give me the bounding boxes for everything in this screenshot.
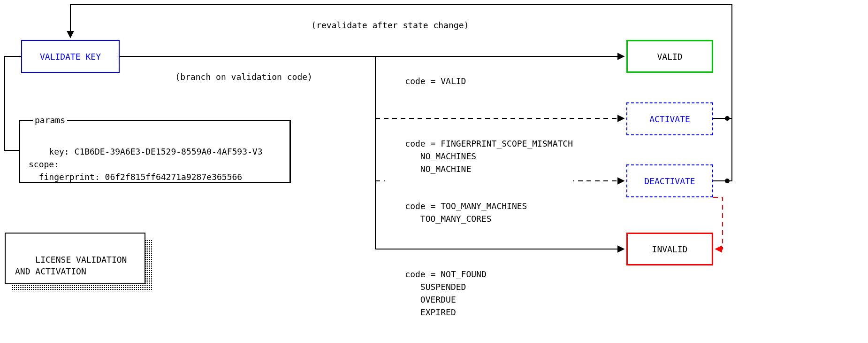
- branch-code-deactivate: code = TOO_MANY_MACHINES TOO_MANY_CORES: [385, 187, 527, 238]
- node-deactivate-label: DEACTIVATE: [644, 176, 695, 186]
- edge-label-branch: (branch on validation code): [155, 62, 312, 92]
- node-valid-label: VALID: [657, 52, 682, 62]
- params-legend: params: [33, 115, 67, 125]
- branch-code-invalid: code = NOT_FOUND SUSPENDED OVERDUE EXPIR…: [385, 255, 487, 331]
- title-text: LICENSE VALIDATION AND ACTIVATION: [15, 255, 127, 276]
- branch-code-valid: code = VALID: [385, 62, 466, 100]
- node-validate-key-label: VALIDATE KEY: [40, 52, 101, 62]
- node-validate-key: VALIDATE KEY: [21, 40, 120, 73]
- title-box: LICENSE VALIDATION AND ACTIVATION: [5, 233, 145, 284]
- params-box: key: C1B6DE-39A6E3-DE1529-8559A0-4AF593-…: [19, 120, 291, 183]
- svg-point-0: [725, 116, 730, 121]
- node-valid: VALID: [626, 40, 713, 73]
- branch-code-activate: code = FINGERPRINT_SCOPE_MISMATCH NO_MAC…: [385, 125, 573, 188]
- node-invalid: INVALID: [626, 233, 713, 265]
- svg-point-1: [725, 179, 730, 183]
- diagram-canvas: VALIDATE KEY VALID ACTIVATE DEACTIVATE I…: [0, 0, 868, 343]
- node-deactivate: DEACTIVATE: [626, 164, 713, 197]
- params-body: key: C1B6DE-39A6E3-DE1529-8559A0-4AF593-…: [29, 147, 263, 182]
- node-invalid-label: INVALID: [652, 244, 688, 254]
- node-activate-label: ACTIVATE: [649, 114, 690, 124]
- node-activate: ACTIVATE: [626, 102, 713, 135]
- edge-label-revalidate: (revalidate after state change): [291, 10, 469, 40]
